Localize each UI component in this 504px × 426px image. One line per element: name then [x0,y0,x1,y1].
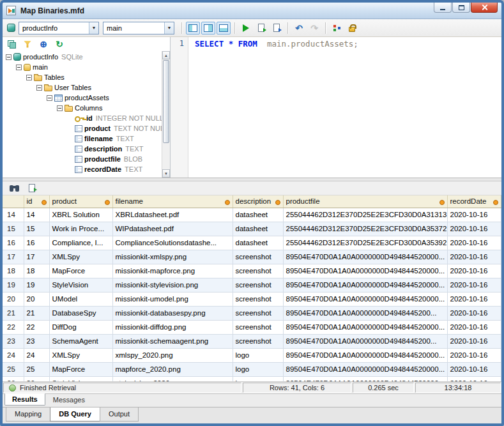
table-row[interactable]: 2121DatabaseSpymissionkit-databasespy.pn… [3,306,501,320]
tree-item-columns[interactable]: Columns [3,103,162,113]
tree-item-productfile[interactable]: productfileBLOB [3,154,162,164]
cell[interactable]: 17 [24,250,49,264]
collapse-icon[interactable] [57,105,63,111]
cell[interactable]: 2020-10-16 [447,362,501,376]
cell[interactable]: missionkit-databasespy.png [112,306,233,320]
collapse-icon[interactable] [26,75,32,80]
collapse-icon[interactable] [36,85,42,91]
show-browser-pane-button[interactable] [186,22,200,34]
cell[interactable]: 19 [24,278,49,292]
cell[interactable]: SchemaAgent [49,334,112,348]
cell[interactable]: 18 [24,264,49,278]
cell[interactable]: 2020-10-16 [447,278,501,292]
scroll-down-icon[interactable]: ▼ [162,169,170,178]
cell[interactable]: StyleVision [49,278,112,292]
column-header-filename[interactable]: filename [112,195,233,208]
redo-button[interactable]: ↷ [307,22,321,34]
scroll-thumb[interactable] [163,60,169,143]
copy-database-structure-button[interactable] [6,39,17,49]
cell[interactable]: 21 [24,306,49,320]
column-header-id[interactable]: id [24,195,49,208]
tree-item-recorddate[interactable]: recordDateTEXT [3,164,162,174]
scroll-track[interactable] [162,144,170,169]
collapse-icon[interactable] [47,95,52,101]
tree-scrollbar[interactable]: ▲ ▼ [162,51,170,178]
cell[interactable]: missionkit-diffdog.png [112,320,233,334]
maximize-button[interactable] [452,3,470,13]
cell[interactable]: UModel [49,292,112,306]
cell[interactable]: 89504E470D0A1A0A0000000D494844520000... [283,348,447,362]
cell[interactable]: MapForce [49,362,112,376]
titlebar[interactable]: Map Binaries.mfd [3,3,501,19]
cell[interactable]: screenshot [233,292,283,306]
tab-output[interactable]: Output [100,407,139,422]
cell[interactable]: 2020-10-16 [447,292,501,306]
collapse-icon[interactable] [16,65,22,70]
tree-item-productinfo[interactable]: productInfoSQLite [3,52,162,62]
tab-results[interactable]: Results [4,393,45,406]
cell[interactable]: 25 [24,362,49,376]
sql-editor[interactable]: 1 SELECT * FROM main.productAssets; [171,37,501,178]
table-row[interactable]: 2020UModelmissionkit-umodel.pngscreensho… [3,292,501,306]
cell[interactable]: 2020-10-16 [447,348,501,362]
close-button[interactable] [471,3,498,13]
cell[interactable]: 2020-10-16 [447,376,501,381]
goto-statement-button[interactable] [26,183,38,194]
cell[interactable]: 26 [24,376,49,381]
table-row[interactable]: 1717XMLSpymissionkit-xmlspy.pngscreensho… [3,250,501,264]
table-row[interactable]: 1616Compliance, I...ComplianceSolutionsd… [3,236,501,250]
tab-db-query[interactable]: DB Query [50,407,100,422]
tree-item-main[interactable]: main [3,62,162,72]
cell[interactable]: missionkit-schemaagent.png [112,334,233,348]
cell[interactable]: logo [233,362,283,376]
cell[interactable]: screenshot [233,264,283,278]
tree-item-description[interactable]: descriptionTEXT [3,144,162,154]
cell[interactable]: XMLSpy [49,348,112,362]
cell[interactable]: 89504E470D0A1A0A0000000D4948445200... [283,306,447,320]
cell[interactable]: datasheet [233,222,283,236]
chevron-down-icon[interactable]: ▼ [89,22,98,34]
table-row[interactable]: 1414XBRL SolutionXBRLdatasheet.pdfdatash… [3,208,501,222]
cell[interactable]: 15 [24,222,49,236]
undo-button[interactable]: ↶ [292,22,306,34]
cell[interactable]: 89504E470D0A1A0A0000000D494844520000... [283,292,447,306]
cell[interactable]: 89504E470D0A1A0A0000000D494844520000... [283,264,447,278]
cell[interactable]: screenshot [233,250,283,264]
cell[interactable]: 2020-10-16 [447,264,501,278]
tab-mapping[interactable]: Mapping [6,407,50,422]
cell[interactable]: StyleVision [49,376,112,381]
tree-item-productassets[interactable]: productAssets [3,93,162,103]
cell[interactable]: datasheet [233,208,283,222]
tree-item-filename[interactable]: filenameTEXT [3,133,162,144]
table-row[interactable]: 1818MapForcemissionkit-mapforce.pngscree… [3,264,501,278]
cell[interactable]: missionkit-mapforce.png [112,264,233,278]
column-header-productfile[interactable]: productfile [283,195,447,208]
cell[interactable]: DiffDog [49,320,112,334]
cell[interactable]: datasheet [233,236,283,250]
cell[interactable]: 89504E470D0A1A0A0000000D494844520000... [283,278,447,292]
tree-item-id[interactable]: idINTEGER NOT NULL [3,113,162,123]
show-results-pane-button[interactable] [217,22,231,34]
cell[interactable]: 2020-10-16 [447,222,501,236]
cell[interactable]: missionkit-umodel.png [112,292,233,306]
cell[interactable]: 16 [24,236,49,250]
cell[interactable]: 89504E470D0A1A0A0000000D4948445200... [283,334,447,348]
sql-code-area[interactable]: SELECT * FROM main.productAssets; [188,37,501,178]
cell[interactable]: XMLSpy [49,250,112,264]
table-row[interactable]: 2424XMLSpyxmlspy_2020.pnglogo89504E470D0… [3,348,501,362]
cell[interactable]: 89504E470D0A1A0A0000000D494844520000... [283,362,447,376]
cell[interactable]: XBRL Solution [49,208,112,222]
cell[interactable]: screenshot [233,278,283,292]
cell[interactable]: 22 [24,320,49,334]
cell[interactable]: 89504E470D0A1A0A0000000D494844520000... [283,320,447,334]
cell[interactable]: 23 [24,334,49,348]
cell[interactable]: logo [233,376,283,381]
filter-contents-button[interactable] [22,39,33,49]
tree-item-product[interactable]: productTEXT NOT NULL [3,123,162,133]
column-header-product[interactable]: product [49,195,112,208]
cell[interactable]: DatabaseSpy [49,306,112,320]
minimize-button[interactable] [434,3,452,13]
cell[interactable]: 2020-10-16 [447,320,501,334]
column-header-description[interactable]: description [233,195,283,208]
cell[interactable]: screenshot [233,320,283,334]
